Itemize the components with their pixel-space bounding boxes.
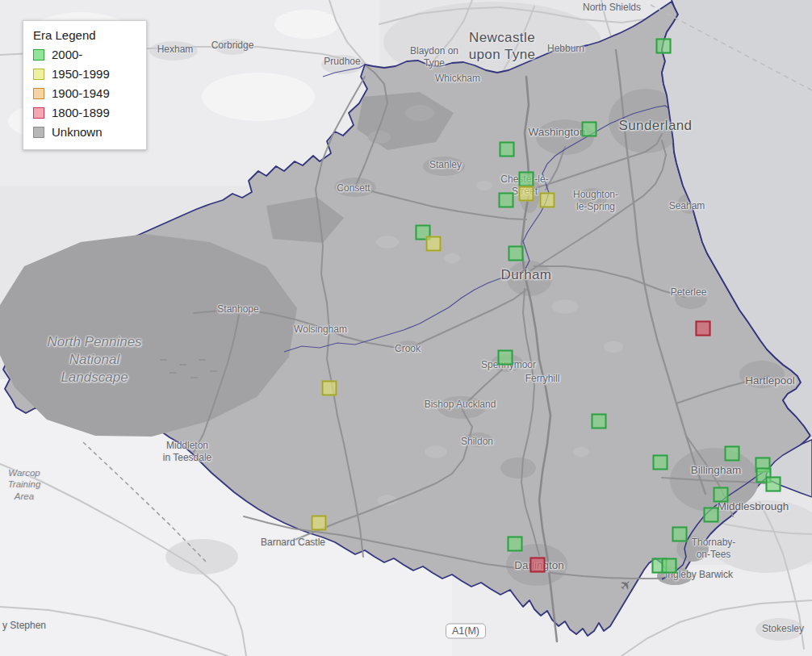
era-marker-1800[interactable] (530, 558, 546, 573)
era-marker-2000[interactable] (672, 527, 688, 542)
era-marker-1950[interactable] (426, 236, 442, 252)
legend-item: Unknown (33, 125, 136, 139)
era-marker-1950[interactable] (519, 186, 534, 202)
era-marker-2000[interactable] (704, 508, 719, 523)
legend-title: Era Legend (33, 28, 136, 42)
era-marker-2000[interactable] (656, 39, 672, 54)
legend-item: 1800-1899 (33, 106, 136, 119)
era-marker-2000[interactable] (662, 558, 677, 574)
legend-swatch-2000s-icon (33, 49, 44, 61)
era-marker-2000[interactable] (714, 487, 729, 503)
era-legend: Era Legend 2000- 1950-1999 1900-1949 180… (23, 20, 147, 150)
era-marker-2000[interactable] (766, 477, 781, 492)
era-marker-1950[interactable] (322, 381, 337, 396)
legend-item: 2000- (33, 48, 136, 61)
legend-item-label: 1900-1949 (52, 86, 110, 100)
legend-item-label: 2000- (52, 48, 82, 61)
era-marker-2000[interactable] (498, 350, 513, 366)
legend-item-label: 1950-1999 (52, 67, 110, 81)
legend-item-label: Unknown (52, 125, 103, 139)
era-marker-2000[interactable] (582, 122, 597, 137)
era-marker-1950[interactable] (540, 193, 555, 208)
legend-swatch-1950s-icon (33, 69, 44, 80)
legend-item: 1950-1999 (33, 67, 136, 81)
era-marker-2000[interactable] (509, 246, 524, 261)
map-canvas[interactable]: ✈ North ShieldsNewcastle upon TyneHebbur… (0, 0, 812, 656)
era-marker-1950[interactable] (312, 516, 327, 531)
legend-item: 1900-1949 (33, 86, 136, 100)
era-marker-2000[interactable] (653, 455, 668, 470)
legend-swatch-1800s-icon (33, 107, 44, 119)
legend-swatch-1900s-icon (33, 88, 44, 99)
era-marker-2000[interactable] (499, 193, 514, 208)
legend-item-label: 1800-1899 (52, 106, 110, 119)
legend-swatch-unknown-icon (33, 127, 44, 138)
era-marker-1800[interactable] (696, 321, 711, 336)
era-marker-2000[interactable] (500, 142, 515, 157)
era-marker-2000[interactable] (519, 172, 534, 187)
era-marker-2000[interactable] (725, 446, 740, 462)
era-marker-2000[interactable] (592, 414, 607, 429)
era-marker-2000[interactable] (508, 537, 523, 552)
